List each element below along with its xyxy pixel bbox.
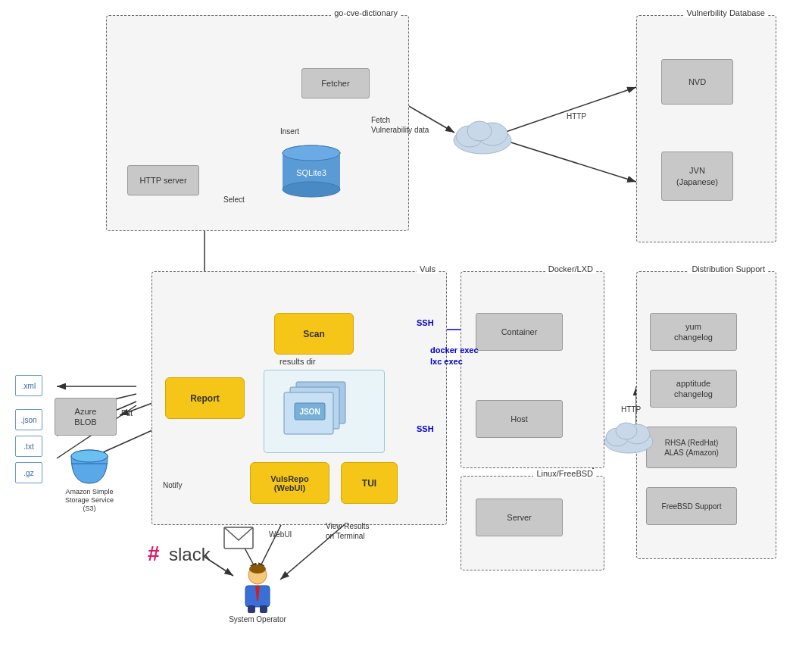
gz-file: .gz: [15, 462, 42, 483]
json-file: .json: [15, 409, 42, 430]
container-box: Container: [476, 313, 563, 351]
ssh-label-1: SSH: [417, 318, 434, 327]
results-dir-label: results dir: [279, 357, 316, 366]
scan-box: Scan: [274, 313, 354, 355]
s3-bucket: Amazon Simple Storage Service (S3): [59, 447, 120, 512]
architecture-diagram: go-cve-dictionary Fetcher SQLite3 HTTP s…: [0, 0, 790, 672]
svg-text:SQLite3: SQLite3: [296, 168, 326, 177]
freebsd-box: FreeBSD Support: [646, 487, 737, 525]
cloud-1: [451, 110, 515, 158]
svg-text:#: #: [148, 542, 160, 564]
go-cve-dictionary-container: go-cve-dictionary: [106, 15, 409, 231]
cloud-2: [601, 413, 657, 457]
nvd-box: NVD: [661, 59, 733, 105]
envelope-icon: [223, 527, 254, 549]
azure-blob-box: Azure BLOB: [55, 398, 117, 436]
notify-label: Notify: [163, 481, 183, 489]
txt-file: .txt: [15, 436, 42, 457]
http-label-1: HTTP: [567, 112, 586, 120]
svg-point-58: [249, 564, 266, 574]
distribution-support-label: Distribution Support: [689, 264, 768, 273]
go-cve-dictionary-label: go-cve-dictionary: [331, 8, 401, 17]
json-folders: JSON: [279, 378, 355, 441]
svg-line-4: [504, 140, 636, 182]
results-dir-area: results dir JSON: [264, 370, 385, 453]
tui-box: TUI: [341, 462, 398, 504]
vuls-label: Vuls: [417, 264, 439, 273]
host-box: Host: [476, 400, 563, 438]
vulnerability-database-container: Vulnerbility Database: [636, 15, 776, 242]
svg-point-37: [467, 121, 492, 141]
svg-line-3: [504, 87, 636, 133]
operator-label: System Operator: [223, 615, 292, 624]
svg-rect-56: [260, 605, 267, 613]
sqlite3-cylinder: SQLite3: [280, 144, 342, 201]
svg-point-32: [283, 145, 340, 161]
apptitude-box: apptitude changelog: [650, 370, 737, 408]
rhsa-box: RHSA (RedHat) ALAS (Amazon): [646, 427, 737, 468]
put-label: Put: [121, 409, 133, 417]
view-results-label: View Results on Terminal: [326, 521, 370, 541]
svg-point-31: [283, 182, 340, 197]
svg-text:JSON: JSON: [299, 408, 320, 416]
server-box: Server: [476, 499, 563, 536]
select-label: Select: [223, 195, 245, 204]
slack-logo: # slack: [148, 542, 216, 567]
svg-point-46: [616, 423, 637, 439]
webui-label: WebUI: [269, 530, 292, 539]
docker-lxd-label: Docker/LXD: [545, 264, 596, 273]
yum-box: yum changelog: [650, 313, 737, 351]
ssh-label-2: SSH: [417, 424, 434, 433]
http-server-box: HTTP server: [127, 165, 199, 195]
docker-lxd-container: Docker/LXD: [461, 271, 604, 468]
insert-label: Insert: [280, 127, 299, 136]
report-box: Report: [165, 377, 245, 419]
http-label-2: HTTP: [621, 405, 641, 414]
system-operator: System Operator: [223, 564, 292, 624]
docker-exec-label: docker exec lxc exec: [430, 345, 479, 368]
svg-text:slack: slack: [169, 544, 211, 564]
vulnerability-database-label: Vulnerbility Database: [683, 8, 768, 17]
jvn-box: JVN (Japanese): [661, 152, 733, 201]
xml-file: .xml: [15, 375, 42, 396]
linux-freebsd-label: Linux/FreeBSD: [533, 469, 596, 478]
svg-rect-55: [248, 605, 255, 613]
fetch-vuln-label: Fetch Vulnerability data: [371, 115, 429, 135]
vulsrepo-box: VulsRepo (WebUI): [250, 462, 329, 504]
fetcher-box: Fetcher: [301, 68, 370, 98]
svg-point-48: [71, 450, 108, 462]
